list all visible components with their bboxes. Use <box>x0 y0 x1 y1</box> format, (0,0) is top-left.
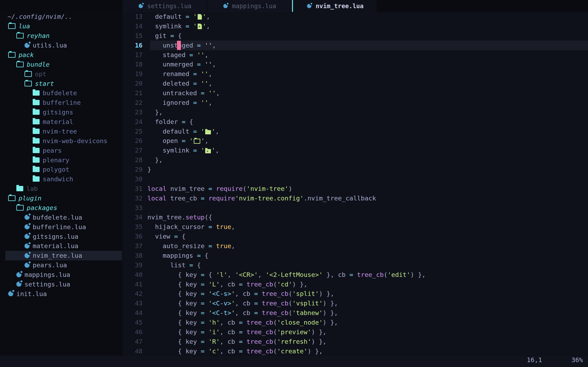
code-line-30[interactable]: 30 <box>122 174 588 184</box>
code-segment: folder <box>147 118 182 125</box>
code-segment: } <box>147 166 151 173</box>
tree-item-start[interactable]: start <box>0 79 122 88</box>
tree-item-pears.lua[interactable]: pears.lua <box>0 260 122 270</box>
code-line-48[interactable]: 48 { key = 'c', cb = tree_cb('create') }… <box>122 346 588 356</box>
tree-item-bufdelete[interactable]: bufdelete <box>0 88 122 98</box>
tree-root-path[interactable]: ~/.config/nvim/.. <box>0 12 122 21</box>
tab-mappings.lua[interactable]: mappings.lua <box>207 0 292 12</box>
code-line-47[interactable]: 47 { key = 'R', cb = tree_cb('refresh') … <box>122 337 588 346</box>
tree-item-mappings.lua[interactable]: mappings.lua <box>0 270 122 280</box>
code-segment: local <box>147 194 166 202</box>
tree-item-lab[interactable]: lab <box>0 184 122 193</box>
tree-item-gitsigns.lua[interactable]: gitsigns.lua <box>0 232 122 241</box>
tree-item-gitsigns[interactable]: gitsigns <box>0 108 122 117</box>
code-line-40[interactable]: 40 { key = { 'l', '<CR>', '<2-LeftMouse>… <box>122 270 588 280</box>
code-line-38[interactable]: 38 mappings = { <box>122 251 588 260</box>
code-segment: ' <box>212 128 215 135</box>
code-segment: '' <box>201 99 208 106</box>
code-line-13[interactable]: 13 default = '', <box>122 12 588 21</box>
code-line-25[interactable]: 25 default = '', <box>122 127 588 136</box>
code-line-21[interactable]: 21 untracked = '', <box>122 88 588 98</box>
code-line-16[interactable]: 16 unstaged = '', <box>122 41 588 50</box>
tree-item-init.lua[interactable]: init.lua <box>0 289 122 299</box>
code-line-27[interactable]: 27 symlink = '', <box>122 146 588 155</box>
tree-item-bufdelete.lua[interactable]: bufdelete.lua <box>0 212 122 222</box>
tab-label: settings.lua <box>147 2 191 9</box>
code-line-20[interactable]: 20 deleted = '', <box>122 79 588 88</box>
tree-item-nvim-web-devicons[interactable]: nvim-web-devicons <box>0 136 122 146</box>
code-segment: = <box>201 338 205 345</box>
code-line-43[interactable]: 43 { key = '<C-v>', cb = tree_cb('vsplit… <box>122 299 588 308</box>
tree-item-plenary[interactable]: plenary <box>0 155 122 165</box>
tree-item-bundle[interactable]: bundle <box>0 59 122 69</box>
tree-item-bufferline.lua[interactable]: bufferline.lua <box>0 222 122 232</box>
tree-item-pears[interactable]: pears <box>0 146 122 155</box>
code-line-23[interactable]: 23 }, <box>122 108 588 117</box>
code-line-46[interactable]: 46 { key = 'i', cb = tree_cb('preview') … <box>122 327 588 337</box>
code-line-22[interactable]: 22 ignored = '', <box>122 98 588 108</box>
tree-item-plugin[interactable]: plugin <box>0 193 122 203</box>
code-line-19[interactable]: 19 renamed = '', <box>122 69 588 79</box>
tree-item-material[interactable]: material <box>0 117 122 127</box>
code-line-42[interactable]: 42 { key = '<C-s>', cb = tree_cb('split'… <box>122 289 588 299</box>
code-line-33[interactable]: 33 <box>122 203 588 213</box>
code-line-28[interactable]: 28 }, <box>122 155 588 165</box>
code-text: deleted = '', <box>147 79 588 88</box>
code-segment <box>197 70 201 77</box>
tree-item-opt[interactable]: opt <box>0 69 122 79</box>
code-segment: ) }, <box>323 309 338 317</box>
tree-item-lua[interactable]: lua <box>0 21 122 31</box>
line-number: 44 <box>122 308 147 318</box>
code-segment <box>189 13 193 20</box>
tree-item-sandwich[interactable]: sandwich <box>0 174 122 184</box>
code-segment: require <box>208 194 235 202</box>
tree-item-packages[interactable]: packages <box>0 203 122 213</box>
code-segment <box>201 60 205 68</box>
code-segment: , <box>208 80 212 87</box>
tree-item-settings.lua[interactable]: settings.lua <box>0 280 122 289</box>
tree-item-label: plenary <box>43 156 69 164</box>
code-text: auto_resize = true, <box>147 241 588 251</box>
tree-item-utils.lua[interactable]: utils.lua <box>0 41 122 50</box>
folder-open-icon <box>8 195 16 201</box>
tree-item-material.lua[interactable]: material.lua <box>0 241 122 251</box>
code-line-14[interactable]: 14 symlink = '', <box>122 21 588 31</box>
code-segment: 'R' <box>208 338 220 345</box>
tree-item-pack[interactable]: pack <box>0 50 122 60</box>
tab-nvim_tree.lua[interactable]: nvim_tree.lua <box>292 0 377 12</box>
code-line-18[interactable]: 18 unmerged = '', <box>122 59 588 69</box>
code-segment: { <box>186 118 193 125</box>
code-segment: , <box>231 242 235 250</box>
lua-file-icon <box>25 253 30 258</box>
code-line-41[interactable]: 41 { key = 'L', cb = tree_cb('cd') }, <box>122 280 588 289</box>
tab-settings.lua[interactable]: settings.lua <box>122 0 207 12</box>
code-line-37[interactable]: 37 auto_resize = true, <box>122 241 588 251</box>
tree-item-polygot[interactable]: polygot <box>0 165 122 174</box>
code-line-39[interactable]: 39 list = { <box>122 260 588 270</box>
tree-item-reyhan[interactable]: reyhan <box>0 31 122 41</box>
code-text: { key = '<C-v>', cb = tree_cb('vsplit') … <box>147 299 588 308</box>
code-line-26[interactable]: 26 open = '', <box>122 136 588 146</box>
code-line-35[interactable]: 35 hijack_cursor = true, <box>122 222 588 232</box>
code-line-29[interactable]: 29} <box>122 165 588 174</box>
tree-item-nvim_tree.lua[interactable]: nvim_tree.lua <box>0 251 122 260</box>
line-number: 28 <box>122 155 147 165</box>
tree-item-label: settings.lua <box>25 281 70 288</box>
tree-item-bufferline[interactable]: bufferline <box>0 98 122 108</box>
tree-item-nvim-tree[interactable]: nvim-tree <box>0 127 122 136</box>
code-line-44[interactable]: 44 { key = '<C-t>', cb = tree_cb('tabnew… <box>122 308 588 318</box>
code-line-36[interactable]: 36 view = { <box>122 232 588 241</box>
code-line-34[interactable]: 34nvim_tree.setup({ <box>122 212 588 222</box>
code-segment <box>243 338 247 345</box>
code-line-32[interactable]: 32local tree_cb = require'nvim-tree.conf… <box>122 193 588 203</box>
folder-open-icon <box>8 52 16 58</box>
code-line-31[interactable]: 31local nvim_tree = require('nvim-tree') <box>122 184 588 193</box>
folder-closed-icon <box>33 176 40 182</box>
code-segment: = <box>197 42 201 49</box>
file-tree: ~/.config/nvim/..luareyhanutils.luapackb… <box>0 12 122 356</box>
code-line-24[interactable]: 24 folder = { <box>122 117 588 127</box>
code-line-17[interactable]: 17 staged = '', <box>122 50 588 60</box>
code-segment: 'L' <box>208 281 220 288</box>
code-line-45[interactable]: 45 { key = 'h', cb = tree_cb('close_node… <box>122 318 588 327</box>
code-line-15[interactable]: 15 git = { <box>122 31 588 41</box>
